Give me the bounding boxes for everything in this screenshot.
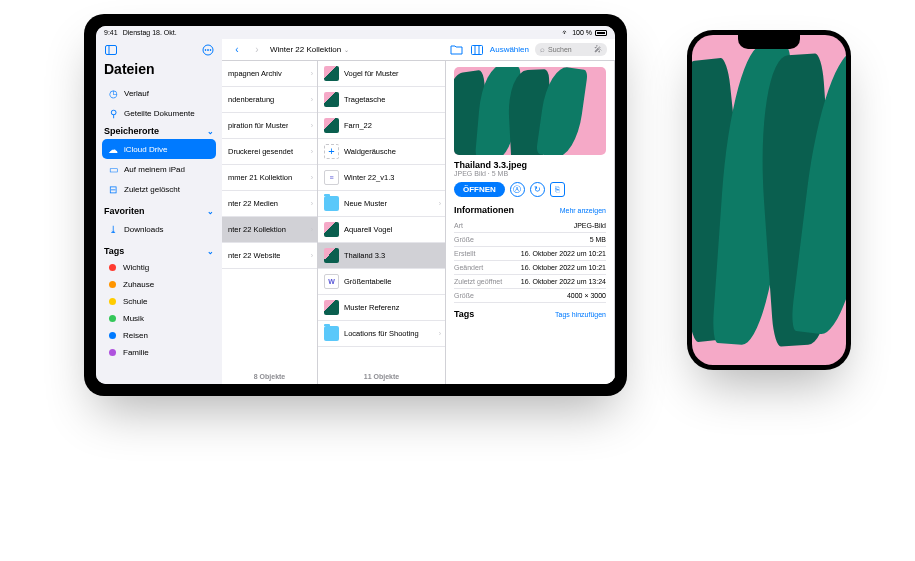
new-folder-icon[interactable] bbox=[450, 43, 464, 57]
rotate-icon[interactable]: ↻ bbox=[530, 182, 545, 197]
sidebar-location-2[interactable]: ⊟Zuletzt gelöscht bbox=[102, 179, 216, 199]
col2-item[interactable]: Neue Muster› bbox=[318, 191, 445, 217]
search-field[interactable]: ⌕ 🎤︎ bbox=[535, 43, 607, 56]
tag-dot-icon bbox=[109, 281, 116, 288]
col1-item[interactable]: nter 22 Medien› bbox=[222, 191, 317, 217]
info-row: Zuletzt geöffnet16. Oktober 2022 um 13:2… bbox=[454, 275, 606, 289]
location-icon: ▭ bbox=[107, 163, 119, 175]
chevron-right-icon: › bbox=[311, 122, 313, 129]
app-title: Dateien bbox=[102, 59, 216, 83]
folder-shared-icon: ⚲ bbox=[107, 107, 119, 119]
sidebar-item-history[interactable]: ◷Verlauf bbox=[102, 83, 216, 103]
tag-dot-icon bbox=[109, 315, 116, 322]
chevron-right-icon: › bbox=[311, 200, 313, 207]
col2-item[interactable]: Tragetasche bbox=[318, 87, 445, 113]
select-button[interactable]: Auswählen bbox=[490, 45, 529, 54]
location-icon: ⊟ bbox=[107, 183, 119, 195]
status-date: Dienstag 18. Okt. bbox=[123, 29, 177, 36]
col2-item[interactable]: Muster Referenz bbox=[318, 295, 445, 321]
download-icon: ⤓ bbox=[107, 223, 119, 235]
tag-dot-icon bbox=[109, 264, 116, 271]
col1-item[interactable]: piration für Muster› bbox=[222, 113, 317, 139]
locations-header[interactable]: Speicherorte⌄ bbox=[102, 123, 216, 139]
col2-item[interactable]: Vogel für Muster bbox=[318, 61, 445, 87]
document-icon: ≡ bbox=[324, 170, 339, 185]
col1-item[interactable]: ndenberatung› bbox=[222, 87, 317, 113]
more-icon[interactable] bbox=[201, 43, 214, 56]
back-button[interactable]: ‹ bbox=[230, 43, 244, 57]
pdf-icon[interactable]: ⎘ bbox=[550, 182, 565, 197]
tags-header[interactable]: Tags⌄ bbox=[102, 243, 216, 259]
col2-item[interactable]: Farn_22 bbox=[318, 113, 445, 139]
preview-pane: Thailand 3.3.jpeg JPEG Bild · 5 MB ÖFFNE… bbox=[446, 61, 615, 384]
iphone-device bbox=[687, 30, 851, 370]
chevron-down-icon: ⌄ bbox=[207, 127, 214, 136]
battery-percent: 100 % bbox=[572, 29, 592, 36]
info-label: Größe bbox=[454, 236, 474, 243]
col2-item[interactable]: Locations für Shooting› bbox=[318, 321, 445, 347]
clock-icon: ◷ bbox=[107, 87, 119, 99]
folder-icon bbox=[324, 326, 339, 341]
wifi-icon: ᯤ bbox=[562, 29, 569, 36]
chevron-right-icon: › bbox=[311, 226, 313, 233]
col2-item[interactable]: ≡Winter 22_v1.3 bbox=[318, 165, 445, 191]
chevron-right-icon: › bbox=[439, 200, 441, 207]
add-tags-link[interactable]: Tags hinzufügen bbox=[555, 311, 606, 318]
image-icon bbox=[324, 222, 339, 237]
col1-item[interactable]: Druckerei gesendet› bbox=[222, 139, 317, 165]
breadcrumb[interactable]: Winter 22 Kollektion⌄ bbox=[270, 45, 349, 54]
chevron-right-icon: › bbox=[311, 252, 313, 259]
col1-item[interactable]: mpagnen Archiv› bbox=[222, 61, 317, 87]
markup-icon[interactable]: Ⓐ bbox=[510, 182, 525, 197]
image-icon bbox=[324, 92, 339, 107]
col1-item[interactable]: nter 22 Website› bbox=[222, 243, 317, 269]
sidebar-tag-0[interactable]: Wichtig bbox=[102, 259, 216, 276]
search-input[interactable] bbox=[548, 46, 591, 53]
status-time: 9:41 bbox=[104, 29, 118, 36]
info-value: 16. Oktober 2022 um 10:21 bbox=[521, 250, 606, 257]
info-row: Geändert16. Oktober 2022 um 10:21 bbox=[454, 261, 606, 275]
image-icon bbox=[324, 248, 339, 263]
sidebar-tag-2[interactable]: Schule bbox=[102, 293, 216, 310]
sidebar-toggle-icon[interactable] bbox=[104, 43, 117, 56]
preview-image[interactable] bbox=[454, 67, 606, 155]
sidebar-location-1[interactable]: ▭Auf meinem iPad bbox=[102, 159, 216, 179]
sidebar-favorite-0[interactable]: ⤓Downloads bbox=[102, 219, 216, 239]
tag-dot-icon bbox=[109, 332, 116, 339]
col2-item[interactable]: Aquarell Vogel bbox=[318, 217, 445, 243]
info-label: Geändert bbox=[454, 264, 483, 271]
info-label: Größe bbox=[454, 292, 474, 299]
info-row: Erstellt16. Oktober 2022 um 10:21 bbox=[454, 247, 606, 261]
chevron-down-icon: ⌄ bbox=[207, 247, 214, 256]
chevron-right-icon: › bbox=[311, 148, 313, 155]
image-icon bbox=[324, 300, 339, 315]
tag-dot-icon bbox=[109, 349, 116, 356]
view-columns-icon[interactable] bbox=[470, 43, 484, 57]
col1-item[interactable]: nter 22 Kollektion› bbox=[222, 217, 317, 243]
ipad-device: 9:41 Dienstag 18. Okt. ᯤ 100 % Dateien ◷… bbox=[84, 14, 627, 396]
column-2: Vogel für MusterTragetascheFarn_22+Waldg… bbox=[318, 61, 446, 384]
sidebar-item-shared[interactable]: ⚲Geteilte Dokumente bbox=[102, 103, 216, 123]
add-icon: + bbox=[324, 144, 339, 159]
col2-footer: 11 Objekte bbox=[318, 369, 445, 384]
col2-item[interactable]: +Waldgeräusche bbox=[318, 139, 445, 165]
chevron-right-icon: › bbox=[311, 70, 313, 77]
col1-item[interactable]: mmer 21 Kollektion› bbox=[222, 165, 317, 191]
sidebar-location-0[interactable]: ☁︎iCloud Drive bbox=[102, 139, 216, 159]
sidebar-tag-1[interactable]: Zuhause bbox=[102, 276, 216, 293]
svg-rect-6 bbox=[471, 45, 482, 54]
sidebar-tag-5[interactable]: Familie bbox=[102, 344, 216, 361]
info-label: Art bbox=[454, 222, 463, 229]
iphone-wallpaper bbox=[692, 35, 846, 365]
mic-icon[interactable]: 🎤︎ bbox=[594, 45, 602, 54]
show-more-link[interactable]: Mehr anzeigen bbox=[560, 207, 606, 214]
col2-item[interactable]: Thailand 3.3 bbox=[318, 243, 445, 269]
col2-item[interactable]: WGrößentabelle bbox=[318, 269, 445, 295]
favorites-header[interactable]: Favoriten⌄ bbox=[102, 203, 216, 219]
open-button[interactable]: ÖFFNEN bbox=[454, 182, 505, 197]
sidebar-tag-3[interactable]: Musik bbox=[102, 310, 216, 327]
sidebar-tag-4[interactable]: Reisen bbox=[102, 327, 216, 344]
forward-button[interactable]: › bbox=[250, 43, 264, 57]
folder-icon bbox=[324, 196, 339, 211]
image-icon bbox=[324, 118, 339, 133]
